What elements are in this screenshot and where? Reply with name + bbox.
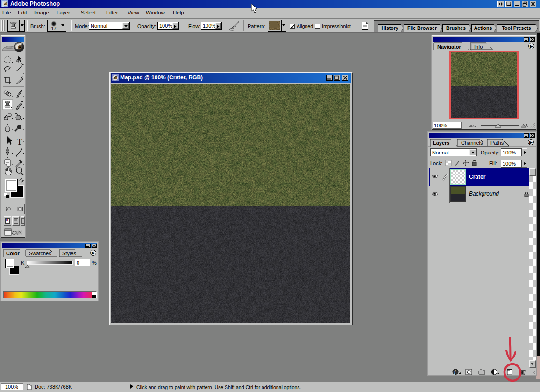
svg-text:Channels: Channels [461,140,483,146]
svg-text:Color: Color [6,251,20,256]
svg-text:Paths: Paths [490,140,504,146]
svg-text:Navigator: Navigator [437,44,461,49]
svg-text:Info: Info [474,44,483,49]
svg-text:Styles: Styles [62,251,76,256]
svg-text:Swatches: Swatches [29,251,51,256]
svg-text:T: T [17,137,22,147]
svg-text:Layers: Layers [433,140,449,146]
